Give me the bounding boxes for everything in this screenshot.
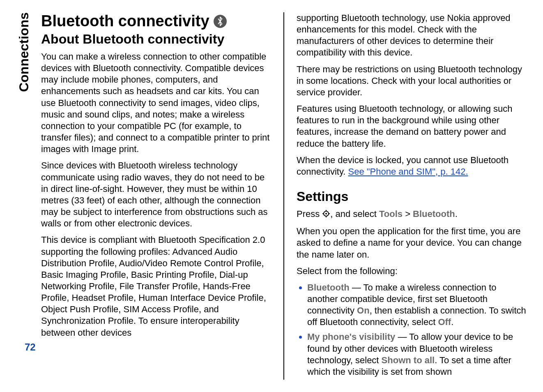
body-paragraph: There may be restrictions on using Bluet… — [297, 64, 527, 98]
body-paragraph: Select from the following: — [297, 265, 527, 277]
body-text: > — [403, 209, 413, 219]
option-value: On — [357, 305, 370, 316]
body-paragraph: You can make a wireless connection to ot… — [41, 51, 271, 155]
body-paragraph: supporting Bluetooth technology, use Nok… — [297, 12, 527, 59]
option-label: Bluetooth — [307, 282, 350, 293]
two-column-layout: Bluetooth connectivity About Bluetooth c… — [41, 12, 527, 380]
section-side-label: Connections — [16, 12, 32, 92]
option-value: Off — [438, 317, 451, 327]
menu-path-label: Tools — [379, 209, 403, 219]
option-label: My phone's visibility — [307, 332, 395, 342]
right-column: supporting Bluetooth technology, use Nok… — [297, 12, 527, 380]
body-paragraph: When the device is locked, you cannot us… — [297, 154, 527, 178]
option-value: Shown to all — [382, 355, 435, 365]
body-paragraph: When you open the application for the fi… — [297, 226, 527, 260]
body-text: Press — [297, 209, 322, 219]
column-divider — [283, 12, 284, 380]
menu-key-icon — [322, 209, 330, 221]
left-column: Bluetooth connectivity About Bluetooth c… — [41, 12, 271, 380]
svg-point-1 — [325, 213, 327, 214]
body-paragraph: Since devices with Bluetooth wireless te… — [41, 160, 271, 229]
body-paragraph: This device is compliant with Bluetooth … — [41, 234, 271, 338]
body-paragraph: Press , and select Tools > Bluetooth. — [297, 208, 527, 221]
body-paragraph: Features using Bluetooth technology, or … — [297, 103, 527, 150]
list-item: Bluetooth — To make a wireless connectio… — [307, 282, 527, 328]
cross-reference-link[interactable]: See "Phone and SIM", p. 142. — [348, 166, 468, 177]
menu-path-label: Bluetooth — [413, 209, 455, 219]
body-text: , and select — [330, 209, 379, 219]
list-item: My phone's visibility — To allow your de… — [307, 331, 527, 378]
page-number: 72 — [25, 341, 36, 353]
options-list: Bluetooth — To make a wireless connectio… — [297, 282, 527, 378]
subheading-about: About Bluetooth connectivity — [41, 32, 271, 47]
manual-page: Connections 72 Bluetooth connectivity Ab… — [0, 0, 543, 392]
bluetooth-icon — [214, 15, 227, 28]
body-text: . — [455, 209, 458, 219]
title-text: Bluetooth connectivity — [41, 12, 209, 30]
page-title: Bluetooth connectivity — [41, 12, 271, 30]
body-text: . — [451, 317, 453, 327]
subheading-settings: Settings — [297, 189, 527, 204]
